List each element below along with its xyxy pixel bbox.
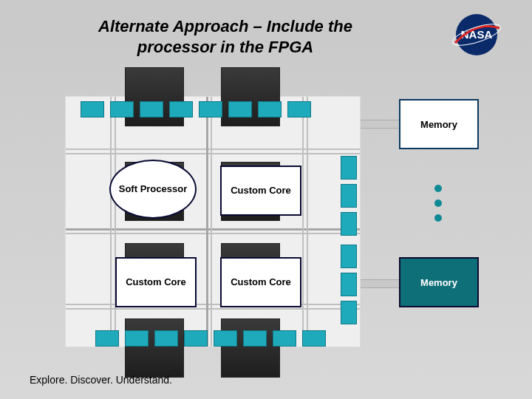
custom-core-tr-label: Custom Core (231, 185, 291, 197)
custom-core-bottom-right: Custom Core (220, 257, 301, 307)
ellipsis-dot-icon (434, 185, 442, 192)
memory-top-label: Memory (420, 119, 457, 130)
nasa-logo-icon: NASA (451, 13, 502, 56)
custom-core-br-label: Custom Core (231, 276, 291, 288)
memory-block-bottom: Memory (399, 257, 479, 307)
custom-core-bl-label: Custom Core (126, 276, 186, 288)
fpga-fabric (65, 96, 361, 347)
footer-tagline: Explore. Discover. Understand. (30, 374, 172, 386)
ellipsis-dot-icon (434, 214, 442, 222)
soft-processor-block: Soft Processor (109, 160, 197, 219)
fpga-diagram: Soft Processor Custom Core Custom Core C… (65, 96, 479, 347)
slide-title: Alternate Approach – Include the process… (66, 16, 384, 57)
ellipsis-dot-icon (434, 200, 442, 207)
title-text: Alternate Approach – Include the process… (66, 16, 384, 57)
custom-core-bottom-left: Custom Core (115, 257, 197, 307)
custom-core-top-right: Custom Core (220, 166, 301, 216)
soft-processor-label: Soft Processor (119, 183, 187, 195)
memory-bottom-label: Memory (420, 277, 457, 288)
memory-block-top: Memory (399, 99, 479, 149)
